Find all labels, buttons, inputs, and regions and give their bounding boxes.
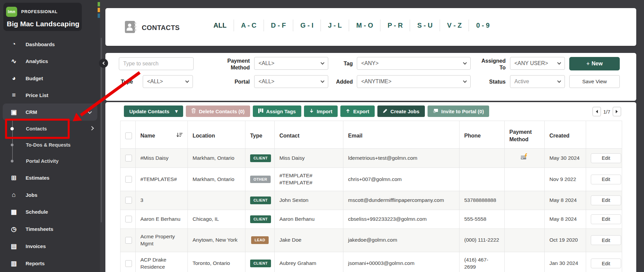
sidebar-item-timesheets[interactable]: ◷Timesheets — [0, 220, 100, 238]
sidebar-item-to-dos-requests[interactable]: To-Dos & Requests — [0, 137, 100, 153]
search-input[interactable] — [119, 57, 194, 70]
payment-method-filter-select[interactable]: <ALL> — [254, 57, 328, 70]
sidebar-item-dashboards[interactable]: ◔Dashboards — [0, 36, 100, 53]
row-checkbox[interactable] — [125, 197, 132, 204]
toolbar-button-label: Update Contacts — [129, 109, 169, 114]
sidebar-collapse-button[interactable] — [99, 59, 108, 68]
invoices-icon: ▤ — [10, 242, 18, 250]
sort-descending-icon[interactable] — [176, 132, 183, 140]
edit-button[interactable]: Edit — [591, 153, 621, 163]
assigned-to-filter-select[interactable]: <ANY USER> — [510, 57, 565, 70]
row-checkbox[interactable] — [125, 216, 132, 222]
toolbar-button-label: Delete Contacts (0) — [199, 109, 245, 114]
edit-button[interactable]: Edit — [591, 195, 621, 205]
edit-button[interactable]: Edit — [591, 175, 621, 184]
estimates-icon: ⊞ — [10, 174, 18, 182]
type-filter-select[interactable]: <ALL> — [143, 75, 193, 88]
toolbar-button-label: Create Jobs — [391, 109, 419, 114]
status-filter-select[interactable]: Active — [510, 75, 565, 88]
row-checkbox[interactable] — [125, 176, 132, 183]
assign-tags-button[interactable]: Assign Tags — [253, 105, 301, 117]
table-row: Acme Property MgmtAnytown, New YorkLEADJ… — [121, 229, 622, 252]
alpha-filter-p-r[interactable]: P - R — [380, 20, 410, 31]
added-filter-label: Added — [328, 79, 353, 85]
invite-to-portal-0-button[interactable]: Invite to Portal (0) — [428, 105, 489, 117]
cell-type: CLIENT — [245, 252, 275, 272]
sidebar-item-estimates[interactable]: ⊞Estimates — [0, 169, 100, 186]
prev-page-button[interactable] — [592, 107, 601, 116]
cell-location — [188, 191, 245, 210]
plan-label: PROFESSIONAL — [21, 9, 58, 14]
new-contact-button[interactable]: +New — [569, 57, 620, 70]
cell-payment-method — [505, 229, 545, 252]
row-checkbox[interactable] — [125, 260, 132, 267]
cell-email: jakedoe@golmn.com — [343, 229, 460, 252]
delete-contacts-0-button[interactable]: Delete Contacts (0) — [186, 105, 250, 117]
alpha-filter-g-i[interactable]: G - I — [293, 20, 321, 31]
sidebar-item-budget[interactable]: ◕Budget — [0, 70, 100, 87]
cell-payment-method — [505, 149, 545, 168]
portal-filter-select[interactable]: <ALL> — [254, 75, 328, 88]
sidebar-item-invoices[interactable]: ▤Invoices — [0, 238, 100, 255]
row-checkbox[interactable] — [125, 155, 132, 161]
status-filter-label: Status — [476, 79, 506, 85]
update-contacts-button[interactable]: Update Contacts▾ — [124, 105, 183, 117]
type-badge: CLIENT — [250, 197, 271, 204]
save-view-button[interactable]: Save View — [569, 75, 620, 88]
caret-down-icon: ▾ — [175, 108, 178, 114]
row-checkbox[interactable] — [125, 237, 132, 244]
alphabet-filter: ALLA - CD - FG - IJ - LM - OP - RS - UV … — [206, 20, 497, 31]
tag-filter-label: Tag — [328, 60, 353, 67]
page-indicator: 1/7 — [603, 109, 610, 115]
sidebar-item-label: Dashboards — [26, 41, 55, 47]
sidebar-item-analytics[interactable]: ∿Analytics — [0, 53, 100, 70]
cell-name: Acme Property Mgmt — [136, 229, 188, 252]
create-jobs-button[interactable]: Create Jobs — [377, 105, 425, 117]
cell-created: Oct 19 2020 — [545, 229, 586, 252]
tag-filter-select[interactable]: <ANY> — [357, 57, 471, 70]
chevron-down-icon — [320, 61, 324, 64]
sidebar: lmn PROFESSIONAL Big Mac Landscaping ◔Da… — [0, 0, 100, 272]
sidebar-item-reports[interactable]: ▥Reports — [0, 255, 100, 272]
export-button[interactable]: Export — [340, 105, 375, 117]
alpha-filter-v-z[interactable]: V - Z — [440, 20, 469, 31]
plus-icon: + — [586, 61, 589, 66]
alpha-filter-a-c[interactable]: A - C — [234, 20, 264, 31]
table-row: #TEMPLATES#Markham, OntarioOTHER#TEMPLAT… — [121, 168, 622, 191]
sidebar-item-contacts[interactable]: Contacts — [0, 121, 100, 137]
cell-location: Toronto, Ontario — [188, 252, 245, 272]
sidebar-item-crm[interactable]: ▣CRM — [3, 103, 97, 121]
alpha-filter-s-u[interactable]: S - U — [410, 20, 440, 31]
edit-button[interactable]: Edit — [591, 259, 621, 268]
sidebar-item-jobs[interactable]: ⌂Jobs — [0, 186, 100, 203]
added-filter-select[interactable]: <ANYTIME> — [357, 75, 471, 88]
select-all-checkbox[interactable] — [125, 132, 132, 139]
chevron-down-icon — [463, 61, 467, 64]
sidebar-item-portal-activity[interactable]: Portal Activity — [0, 153, 100, 169]
cell-type: LEAD — [245, 229, 275, 252]
alpha-filter-0-9[interactable]: 0 - 9 — [469, 20, 497, 31]
alpha-filter-j-l[interactable]: J - L — [321, 20, 349, 31]
prev-arrow-icon — [596, 110, 598, 113]
trash-icon — [191, 108, 196, 114]
next-page-button[interactable] — [613, 107, 621, 116]
cell-phone — [460, 149, 505, 168]
contacts-table: NameLocationTypeContactEmailPhonePayment… — [120, 121, 622, 272]
schedule-icon: ▦ — [10, 208, 18, 216]
alpha-filter-d-f[interactable]: D - F — [264, 20, 293, 31]
crm-icon: ▣ — [10, 108, 18, 116]
brand-box: lmn PROFESSIONAL Big Mac Landscaping — [3, 3, 82, 31]
edit-button[interactable]: Edit — [591, 235, 621, 245]
cell-location: Markham, Ontario — [188, 168, 245, 191]
alpha-filter-m-o[interactable]: M - O — [349, 20, 380, 31]
sidebar-item-price-list[interactable]: ≡Price List — [0, 87, 100, 103]
edit-button[interactable]: Edit — [591, 214, 621, 224]
pencil-icon — [383, 109, 387, 114]
filter-card: Type <ALL> Payment Method <ALL> Portal <… — [105, 53, 636, 101]
crm-submenu: ContactsTo-Dos & RequestsPortal Activity — [0, 121, 100, 169]
sidebar-item-schedule[interactable]: ▦Schedule — [0, 203, 100, 220]
cell-email: jsomani+00003@golmn.com — [343, 252, 460, 272]
alpha-filter-all[interactable]: ALL — [206, 20, 234, 31]
sidebar-subitem-label: To-Dos & Requests — [26, 142, 71, 148]
import-button[interactable]: Import — [304, 105, 338, 117]
